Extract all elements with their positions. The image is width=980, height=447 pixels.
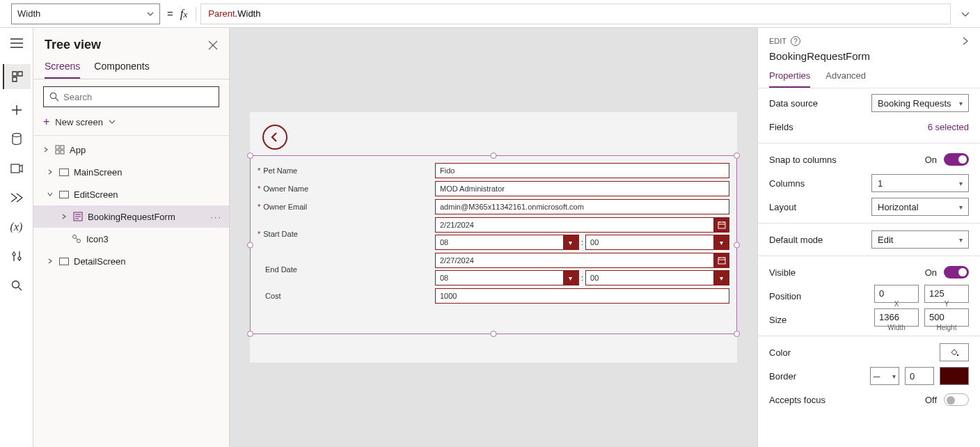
chevron-right-icon[interactable] bbox=[962, 36, 969, 46]
back-icon bbox=[71, 233, 82, 244]
equals-sign: = bbox=[164, 8, 176, 19]
fx-icon: fx bbox=[180, 7, 192, 21]
resize-handle[interactable] bbox=[247, 152, 253, 159]
border-style-select[interactable]: ─▾ bbox=[870, 367, 899, 385]
property-selector[interactable]: Width bbox=[11, 3, 160, 24]
help-icon[interactable]: ? bbox=[791, 36, 800, 46]
resize-handle[interactable] bbox=[491, 331, 497, 337]
start-min-select[interactable]: 00▾ bbox=[585, 235, 729, 250]
data-icon[interactable] bbox=[8, 131, 25, 148]
screen-icon bbox=[58, 256, 70, 267]
formula-token-property: Width bbox=[237, 8, 260, 19]
tree-search-input[interactable] bbox=[63, 92, 213, 102]
tree-item-mainscreen[interactable]: MainScreen bbox=[33, 161, 229, 183]
canvas[interactable]: *Pet Name Fido *Owner Name MOD Administr… bbox=[230, 28, 757, 447]
owner-email-input[interactable]: admin@M365x11342161.onmicrosoft.com bbox=[435, 199, 729, 214]
default-mode-select[interactable]: Edit▾ bbox=[871, 230, 969, 249]
start-hour-select[interactable]: 08▾ bbox=[435, 235, 579, 250]
resize-handle[interactable] bbox=[247, 331, 253, 337]
screen-preview[interactable]: *Pet Name Fido *Owner Name MOD Administr… bbox=[250, 112, 737, 363]
field-end-date: End Date 2/27/2024 08▾ : 00▾ bbox=[258, 253, 729, 285]
prop-label-columns: Columns bbox=[769, 178, 805, 189]
svg-point-2 bbox=[13, 253, 15, 256]
tree-item-label: App bbox=[70, 145, 86, 155]
tree-item-label: BookingRequestForm bbox=[88, 212, 175, 222]
color-picker[interactable] bbox=[940, 343, 969, 361]
data-source-select[interactable]: Booking Requests▾ bbox=[871, 94, 969, 112]
snap-toggle[interactable] bbox=[944, 153, 969, 166]
tab-components[interactable]: Components bbox=[94, 61, 149, 79]
border-width-input[interactable]: 0 bbox=[905, 367, 934, 385]
tab-properties[interactable]: Properties bbox=[769, 70, 810, 88]
chevron-right-icon bbox=[46, 169, 54, 175]
search-icon[interactable] bbox=[8, 277, 25, 294]
selected-form[interactable]: *Pet Name Fido *Owner Name MOD Administr… bbox=[250, 155, 737, 334]
prop-label-fields: Fields bbox=[769, 122, 793, 132]
end-hour-select[interactable]: 08▾ bbox=[435, 270, 579, 285]
formula-input[interactable]: Parent.Width bbox=[200, 3, 951, 24]
border-color-picker[interactable] bbox=[940, 367, 969, 385]
variables-icon[interactable]: (x) bbox=[8, 219, 25, 235]
resize-handle[interactable] bbox=[491, 152, 497, 159]
svg-rect-15 bbox=[60, 258, 69, 265]
tree-search[interactable] bbox=[43, 86, 219, 107]
new-screen-button[interactable]: + New screen bbox=[33, 111, 229, 136]
pet-name-input[interactable]: Fido bbox=[435, 163, 729, 178]
power-automate-icon[interactable] bbox=[8, 189, 25, 206]
resize-handle[interactable] bbox=[734, 331, 740, 337]
tree-item-bookingrequestform[interactable]: BookingRequestForm ··· bbox=[33, 205, 229, 228]
prop-label-color: Color bbox=[769, 347, 791, 358]
search-icon bbox=[49, 92, 59, 102]
chevron-right-icon bbox=[42, 147, 50, 152]
svg-rect-9 bbox=[61, 150, 64, 154]
tab-advanced[interactable]: Advanced bbox=[825, 70, 866, 88]
tree-item-icon3[interactable]: Icon3 bbox=[33, 228, 229, 250]
resize-handle[interactable] bbox=[734, 152, 740, 159]
field-label: End Date bbox=[265, 265, 297, 274]
calendar-icon[interactable] bbox=[714, 217, 729, 233]
calendar-icon[interactable] bbox=[714, 253, 729, 268]
start-date-input[interactable]: 2/21/2024 bbox=[435, 217, 714, 233]
tree-view-icon[interactable] bbox=[3, 64, 31, 89]
tree-item-editscreen[interactable]: EditScreen bbox=[33, 183, 229, 205]
visible-toggle[interactable] bbox=[944, 266, 969, 279]
svg-point-14 bbox=[77, 240, 81, 243]
tab-screens[interactable]: Screens bbox=[45, 61, 80, 79]
time-separator: : bbox=[581, 274, 583, 282]
form-icon bbox=[72, 211, 84, 222]
hamburger-icon[interactable] bbox=[8, 35, 25, 52]
media-icon[interactable] bbox=[8, 160, 25, 177]
field-cost: Cost 1000 bbox=[258, 288, 729, 304]
end-min-select[interactable]: 00▾ bbox=[585, 270, 729, 285]
control-name: BookingRequestForm bbox=[769, 50, 969, 62]
resize-handle[interactable] bbox=[247, 242, 253, 248]
field-owner-email: *Owner Email admin@M365x11342161.onmicro… bbox=[258, 199, 729, 214]
tree-item-detailscreen[interactable]: DetailScreen bbox=[33, 250, 229, 272]
chevron-right-icon bbox=[60, 214, 68, 219]
close-icon[interactable] bbox=[208, 40, 218, 50]
end-date-input[interactable]: 2/27/2024 bbox=[435, 253, 714, 268]
tree-view-title: Tree view bbox=[45, 38, 101, 52]
formula-expand-button[interactable] bbox=[955, 9, 974, 19]
cost-input[interactable]: 1000 bbox=[435, 288, 729, 304]
accepts-focus-value: Off bbox=[925, 395, 937, 405]
back-button[interactable] bbox=[262, 125, 287, 150]
accepts-focus-toggle[interactable] bbox=[944, 393, 969, 406]
layout-select[interactable]: Horizontal▾ bbox=[871, 198, 969, 216]
app-icon bbox=[54, 144, 65, 155]
insert-icon[interactable] bbox=[8, 102, 25, 118]
resize-handle[interactable] bbox=[734, 242, 740, 248]
more-icon[interactable]: ··· bbox=[210, 212, 222, 222]
tree-item-app[interactable]: App bbox=[33, 139, 229, 161]
columns-select[interactable]: 1▾ bbox=[871, 174, 969, 192]
required-indicator: * bbox=[258, 203, 260, 211]
chevron-down-icon: ▾ bbox=[563, 235, 578, 249]
chevron-down-icon: ▾ bbox=[713, 271, 729, 285]
svg-rect-17 bbox=[718, 258, 725, 264]
pos-y-sublabel: Y bbox=[924, 300, 969, 308]
advanced-tools-icon[interactable] bbox=[8, 248, 25, 265]
svg-point-3 bbox=[18, 257, 21, 260]
chevron-down-icon: ▾ bbox=[959, 236, 963, 244]
fields-link[interactable]: 6 selected bbox=[928, 122, 969, 132]
owner-name-input[interactable]: MOD Administrator bbox=[435, 181, 729, 196]
